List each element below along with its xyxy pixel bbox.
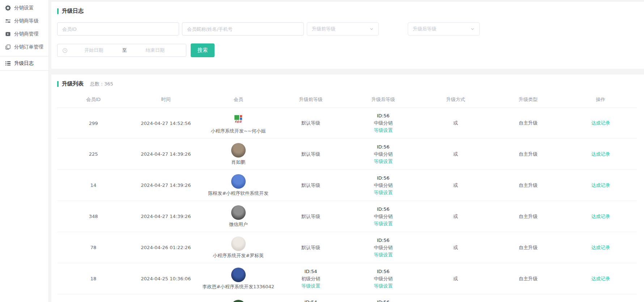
time-cell: 2024-04-25 10:36:06: [130, 263, 202, 294]
member-avatar: [231, 300, 246, 302]
member-id-cell: 299: [57, 108, 130, 139]
level-before-cell: 默认等级: [275, 139, 347, 170]
member-cell: [202, 294, 275, 302]
level-setting-link[interactable]: 等级设置: [374, 251, 393, 259]
achieve-record-link[interactable]: 达成记录: [591, 119, 610, 127]
level-name: 默认等级: [275, 244, 347, 251]
logo-label: E企业: [235, 120, 242, 124]
level-before-select[interactable]: 升级前等级: [307, 22, 379, 35]
actions-cell: 达成记录: [564, 294, 637, 302]
sidebar-item-distributor-level[interactable]: 分销商等级: [0, 14, 48, 28]
col-upgrade-method: 升级方式: [419, 92, 492, 108]
level-name: 初级分销: [275, 275, 347, 282]
upgrade-type-cell: 自主升级: [492, 201, 564, 232]
member-id-cell: 225: [57, 139, 130, 170]
sidebar-item-distribution-settings[interactable]: 分销设置: [0, 1, 48, 14]
list-icon: [5, 60, 11, 66]
member-cell: 李政恩#小程序系统开发1336042: [202, 263, 275, 294]
upgrade-type-cell: 自主升级: [492, 108, 564, 139]
level-name: 中级分销: [347, 275, 419, 282]
sidebar-item-upgrade-log[interactable]: 升级日志: [0, 56, 48, 71]
table-row: 299 2024-04-27 14:52:56 E企业 小程序系统开发~~何小姐…: [57, 108, 637, 139]
member-name-input[interactable]: [182, 22, 304, 35]
table-row: 348 2024-04-27 14:39:26 微信用户 默认等级 ID:56中…: [57, 201, 637, 232]
title-accent-bar: [57, 8, 59, 14]
member-avatar: [231, 236, 246, 251]
level-id: ID:54: [275, 268, 347, 275]
col-actions: 操作: [564, 92, 637, 108]
level-before-cell: ID:54初级分销等级设置: [275, 294, 347, 302]
member-id-cell: 348: [57, 201, 130, 232]
date-separator: 至: [120, 47, 129, 54]
actions-cell: 达成记录: [564, 232, 637, 263]
upgrade-method-cell: 或: [419, 139, 492, 170]
member-avatar: E企业: [232, 113, 245, 126]
sliders-icon: [5, 18, 11, 24]
search-panel-title: 升级日志: [57, 8, 637, 14]
member-name: 肖如鹏: [202, 159, 275, 165]
level-after-select[interactable]: 升级后等级: [408, 22, 480, 35]
achieve-record-link[interactable]: 达成记录: [591, 244, 610, 251]
col-member: 会员: [202, 92, 275, 108]
achieve-record-link[interactable]: 达成记录: [591, 151, 610, 158]
level-id: ID:56: [347, 143, 419, 151]
achieve-record-link[interactable]: 达成记录: [591, 213, 610, 220]
level-setting-link[interactable]: 等级设置: [374, 158, 393, 165]
member-name: 李政恩#小程序系统开发1336042: [202, 284, 275, 290]
page-title: 升级日志: [62, 8, 84, 14]
member-name: 微信用户: [202, 221, 275, 227]
member-cell: 肖如鹏: [202, 139, 275, 170]
member-cell: 小程序系统开发#罗标英: [202, 232, 275, 263]
sidebar-item-distributor-management[interactable]: 分销商管理: [0, 28, 48, 41]
chevron-down-icon: [369, 27, 374, 31]
upgrade-method-cell: 或: [419, 170, 492, 201]
level-id: ID:56: [347, 299, 419, 302]
col-level-before: 升级前等级: [275, 92, 347, 108]
level-before-cell: 默认等级: [275, 201, 347, 232]
member-name: 小程序系统开发#罗标英: [202, 252, 275, 259]
level-name: 中级分销: [347, 151, 419, 158]
video-icon: [5, 31, 11, 37]
level-after-select-placeholder: 升级后等级: [413, 26, 436, 32]
level-after-cell: ID:56中级分销等级设置: [347, 294, 419, 302]
member-id-cell: 14: [57, 170, 130, 201]
list-title: 升级列表: [62, 80, 84, 87]
search-form-row-2: 开始日期 至 结束日期 搜索: [57, 43, 637, 57]
sidebar-item-order-management[interactable]: 分销订单管理: [0, 41, 48, 54]
level-setting-link[interactable]: 等级设置: [374, 282, 393, 290]
sidebar-item-label: 升级日志: [14, 60, 34, 67]
upgrade-method-cell: 或: [419, 294, 492, 302]
member-id-input[interactable]: [57, 22, 179, 35]
time-cell: 2024-04-27 14:39:26: [130, 139, 202, 170]
table-row: 18 2024-04-25 10:36:06 李政恩#小程序系统开发133604…: [57, 263, 637, 294]
level-setting-link[interactable]: 等级设置: [374, 220, 393, 227]
gear-icon: [5, 5, 11, 11]
level-setting-link[interactable]: 等级设置: [374, 127, 393, 134]
level-id: ID:56: [347, 206, 419, 213]
level-name: 默认等级: [275, 213, 347, 220]
level-setting-link[interactable]: 等级设置: [301, 282, 320, 290]
sidebar: 分销设置 分销商等级 分销商管理 分销订单管理 升级日志: [0, 0, 49, 302]
search-panel: 升级日志 升级前等级 升级后等级 开始日期 至 结束: [51, 2, 644, 69]
app-root: 分销设置 分销商等级 分销商管理 分销订单管理 升级日志: [0, 0, 644, 302]
achieve-record-link[interactable]: 达成记录: [591, 182, 610, 189]
date-range-input[interactable]: 开始日期 至 结束日期: [57, 44, 186, 57]
member-avatar: [231, 205, 246, 220]
table-row: 14 2024-04-27 14:39:26 陈根发#小程序软件系统开发 默认等…: [57, 170, 637, 201]
level-setting-link[interactable]: 等级设置: [374, 189, 393, 196]
member-id-cell: 78: [57, 232, 130, 263]
achieve-record-link[interactable]: 达成记录: [591, 275, 610, 282]
level-name: 默认等级: [275, 151, 347, 158]
table-row: 225 2024-04-27 14:39:26 肖如鹏 默认等级 ID:56中级…: [57, 139, 637, 170]
search-form-row-1: 升级前等级 升级后等级: [57, 22, 637, 35]
level-name: 中级分销: [347, 182, 419, 189]
time-cell: 2024-04-27 14:39:26: [130, 201, 202, 232]
time-cell: 2024-04-27 14:52:56: [130, 108, 202, 139]
search-button[interactable]: 搜索: [191, 43, 215, 57]
upgrade-method-cell: 或: [419, 232, 492, 263]
date-end-placeholder: 结束日期: [129, 47, 182, 54]
member-cell: 陈根发#小程序软件系统开发: [202, 170, 275, 201]
sidebar-item-label: 分销设置: [14, 5, 34, 11]
level-name: 默认等级: [275, 119, 347, 127]
upgrade-type-cell: 自主升级: [492, 294, 564, 302]
